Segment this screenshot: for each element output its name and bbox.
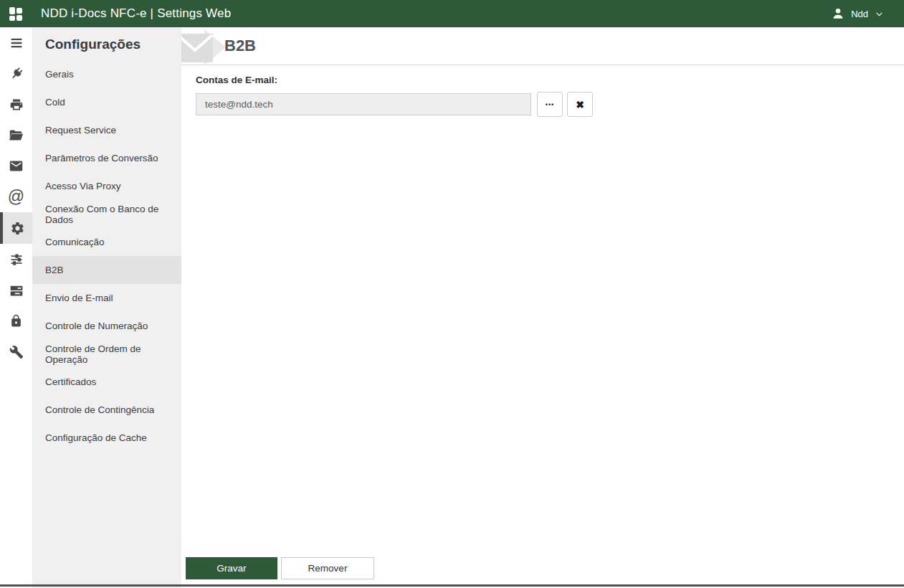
rail-item-tools[interactable] [0, 336, 32, 367]
b2b-form: Contas de E-mail: ••• ✖ [181, 65, 904, 117]
sidebar-item-configuracao-de-cache[interactable]: Configuração de Cache [32, 424, 181, 452]
sidebar-title: Configurações [32, 27, 181, 60]
server-icon [9, 283, 24, 298]
printer-icon [9, 98, 24, 112]
save-button[interactable]: Gravar [186, 557, 277, 579]
rail-item-files[interactable] [0, 120, 32, 151]
user-name: Ndd [851, 9, 868, 19]
folder-open-icon [9, 128, 24, 143]
rail-menu-toggle[interactable] [0, 27, 32, 58]
sidebar-item-parametros-de-conversao[interactable]: Parâmetros de Conversão [32, 144, 181, 172]
sidebar-item-envio-de-email[interactable]: Envio de E-mail [32, 284, 181, 312]
plug-icon [9, 67, 24, 81]
user-icon [832, 7, 844, 20]
topbar: NDD i-Docs NFC-e | Settings Web Ndd [0, 0, 904, 27]
sidebar-item-controle-de-ordem-de-operacao[interactable]: Controle de Ordem de Operação [32, 340, 181, 368]
rail-item-mail[interactable] [0, 151, 32, 181]
main-content: B2B Contas de E-mail: ••• ✖ Gravar Remov… [181, 27, 904, 588]
sliders-icon [9, 252, 24, 267]
ndd-grid-logo-icon [9, 7, 23, 21]
bottom-strip [0, 584, 904, 587]
email-row: ••• ✖ [196, 92, 890, 117]
rail-item-security[interactable] [0, 305, 32, 336]
email-accounts-input[interactable] [196, 93, 531, 115]
sidebar-item-comunicacao[interactable]: Comunicação [32, 228, 181, 256]
settings-sidebar: Configurações Gerais Cold Request Servic… [32, 27, 181, 588]
page-header: B2B [181, 27, 904, 65]
rail-item-settings[interactable] [0, 212, 32, 244]
sidebar-item-cold[interactable]: Cold [32, 88, 181, 116]
sidebar-item-b2b[interactable]: B2B [32, 256, 181, 284]
at-icon: @ [8, 189, 24, 205]
footer-actions: Gravar Remover [186, 557, 374, 579]
lock-icon [9, 314, 23, 328]
email-accounts-label: Contas de E-mail: [196, 75, 890, 85]
sidebar-item-controle-de-contingencia[interactable]: Controle de Contingência [32, 396, 181, 424]
rail-item-services[interactable] [0, 275, 32, 305]
sidebar-item-request-service[interactable]: Request Service [32, 116, 181, 144]
bars-icon [9, 36, 24, 50]
clear-emails-button[interactable]: ✖ [567, 92, 593, 117]
app-title: NDD i-Docs NFC-e | Settings Web [41, 6, 231, 21]
rail-item-parameters[interactable] [0, 244, 32, 275]
envelope-icon [9, 158, 24, 174]
sidebar-item-controle-de-numeracao[interactable]: Controle de Numeração [32, 312, 181, 340]
user-menu[interactable]: Ndd [832, 7, 884, 20]
remove-button[interactable]: Remover [281, 557, 374, 579]
page-title: B2B [224, 37, 256, 55]
chevron-down-icon [875, 9, 884, 19]
sidebar-item-gerais[interactable]: Gerais [32, 60, 181, 88]
rail-item-at[interactable]: @ [0, 181, 32, 212]
rail-item-printing[interactable] [0, 89, 32, 120]
rail-item-connections[interactable] [0, 58, 32, 89]
app-logo[interactable] [0, 0, 32, 27]
sidebar-item-certificados[interactable]: Certificados [32, 368, 181, 396]
sidebar-item-acesso-via-proxy[interactable]: Acesso Via Proxy [32, 172, 181, 200]
gear-icon [10, 221, 25, 236]
browse-emails-button[interactable]: ••• [537, 92, 563, 117]
icon-rail: @ [0, 27, 32, 588]
sidebar-item-conexao-banco-de-dados[interactable]: Conexão Com o Banco de Dados [32, 200, 181, 228]
wrench-icon [9, 345, 24, 359]
